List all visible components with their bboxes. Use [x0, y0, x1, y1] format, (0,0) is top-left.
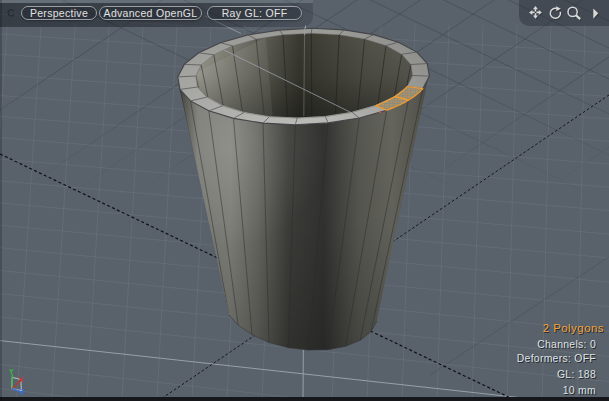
svg-text:Y: Y: [9, 368, 14, 375]
svg-text:Z: Z: [21, 388, 26, 395]
svg-text:X: X: [19, 376, 24, 383]
